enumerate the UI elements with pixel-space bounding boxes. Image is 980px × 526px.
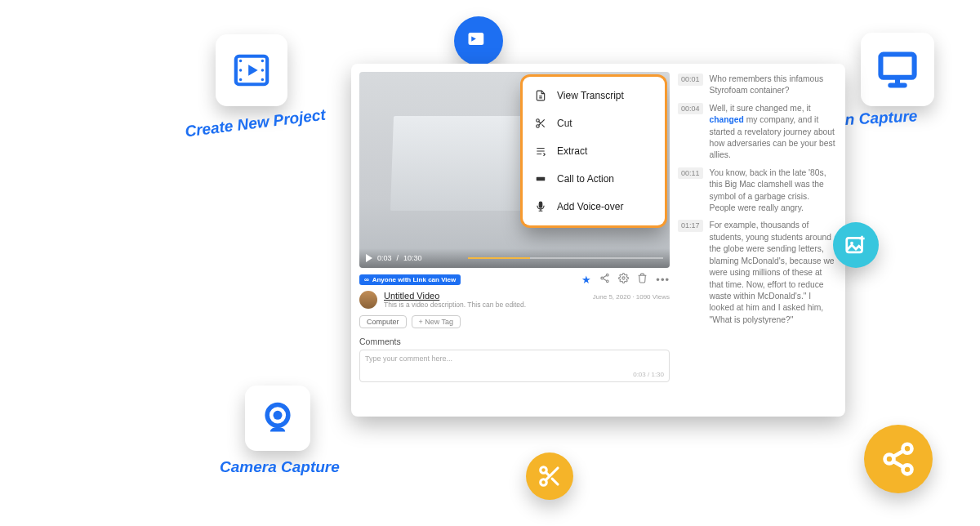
- video-title[interactable]: Untitled Video: [384, 291, 439, 301]
- transcript-text: For example, thousands of students, youn…: [710, 220, 835, 326]
- transcript-text: Who remembers this infamous Styrofoam co…: [710, 74, 835, 97]
- transcript-time: 00:04: [678, 103, 703, 115]
- transcript-time: 00:01: [678, 74, 703, 86]
- screen-capture-tile[interactable]: [861, 33, 934, 106]
- scissors-icon: [537, 464, 562, 488]
- settings-icon[interactable]: [618, 273, 629, 286]
- avatar[interactable]: [359, 291, 377, 309]
- trash-icon[interactable]: [637, 273, 648, 286]
- video-star-icon: [466, 29, 491, 53]
- svg-point-10: [274, 411, 283, 420]
- svg-point-3: [239, 78, 242, 81]
- svg-point-22: [607, 274, 609, 276]
- document-icon: [534, 89, 547, 102]
- svg-point-25: [622, 277, 625, 279]
- comments-heading: Comments: [359, 337, 670, 346]
- more-icon[interactable]: •••: [656, 274, 670, 286]
- svg-point-18: [537, 119, 540, 123]
- menu-cut[interactable]: Cut: [523, 109, 665, 137]
- infinity-icon: ∞: [364, 276, 369, 283]
- create-project-label: Create New Project: [184, 106, 327, 141]
- progress-bar[interactable]: [468, 257, 663, 259]
- cut-icon: [534, 117, 547, 130]
- svg-point-6: [261, 78, 264, 81]
- video-project-icon: [233, 51, 270, 89]
- svg-point-24: [607, 280, 609, 283]
- svg-point-5: [261, 69, 264, 71]
- create-project-tile[interactable]: [216, 34, 287, 106]
- image-plus-icon: [844, 233, 868, 257]
- svg-point-1: [239, 60, 242, 62]
- share-small-icon[interactable]: [599, 273, 610, 286]
- video-card: 0:03 / 10:30 View Transcript Cut Extract: [351, 64, 845, 417]
- svg-rect-8: [880, 55, 914, 78]
- video-player[interactable]: 0:03 / 10:30 View Transcript Cut Extract: [359, 72, 670, 268]
- transcript-text: Well, it sure changed me, it changed my …: [710, 103, 835, 162]
- add-tag-button[interactable]: + New Tag: [412, 315, 461, 328]
- svg-point-2: [239, 69, 242, 71]
- share-icon: [880, 441, 916, 477]
- transcript-row[interactable]: 01:17 For example, thousands of students…: [678, 220, 835, 326]
- video-star-circle[interactable]: [454, 16, 503, 65]
- monitor-icon: [876, 48, 919, 91]
- transcript-row[interactable]: 00:11 You know, back in the late '80s, t…: [678, 167, 835, 215]
- svg-point-4: [261, 60, 264, 62]
- scissors-circle[interactable]: [526, 452, 573, 500]
- transcript-row[interactable]: 00:04 Well, it sure changed me, it chang…: [678, 103, 835, 162]
- time-total: 10:30: [403, 254, 422, 262]
- comment-input[interactable]: Type your comment here... 0:03 / 1:30: [359, 350, 670, 382]
- transcript-time: 00:11: [678, 167, 703, 180]
- webcam-icon: [260, 400, 296, 436]
- svg-rect-21: [539, 202, 542, 207]
- video-description[interactable]: This is a video description. This can be…: [384, 301, 670, 309]
- share-circle[interactable]: [864, 425, 933, 493]
- menu-view-transcript[interactable]: View Transcript: [523, 82, 665, 109]
- video-meta: June 5, 2020 · 1090 Views: [593, 293, 670, 301]
- cta-icon: [534, 172, 547, 185]
- star-icon[interactable]: ★: [581, 274, 591, 286]
- time-current: 0:03: [377, 254, 392, 262]
- transcript-panel: 00:01 Who remembers this infamous Styrof…: [678, 72, 835, 410]
- svg-rect-20: [537, 177, 546, 181]
- play-icon[interactable]: [366, 254, 372, 262]
- context-menu: View Transcript Cut Extract Call to Acti…: [523, 77, 665, 225]
- menu-extract[interactable]: Extract: [523, 137, 665, 165]
- tag-computer[interactable]: Computer: [359, 315, 407, 328]
- camera-capture-label: Camera Capture: [220, 458, 340, 476]
- camera-capture-tile[interactable]: [245, 386, 310, 451]
- transcript-text: You know, back in the late '80s, this Bi…: [710, 167, 835, 215]
- svg-point-19: [537, 125, 540, 128]
- extract-icon: [534, 145, 547, 158]
- add-image-circle[interactable]: [833, 222, 879, 268]
- transcript-row[interactable]: 00:01 Who remembers this infamous Styrof…: [678, 74, 835, 97]
- menu-cta[interactable]: Call to Action: [523, 165, 665, 193]
- transcript-time: 01:17: [678, 220, 703, 232]
- share-visibility-pill[interactable]: ∞ Anyone with Link can View: [359, 274, 461, 285]
- video-controls: 0:03 / 10:30: [359, 248, 670, 268]
- svg-point-23: [601, 277, 604, 279]
- microphone-icon: [534, 200, 547, 213]
- menu-voiceover[interactable]: Add Voice-over: [523, 193, 665, 221]
- svg-rect-16: [847, 238, 862, 252]
- comment-timestamp: 0:03 / 1:30: [633, 371, 664, 378]
